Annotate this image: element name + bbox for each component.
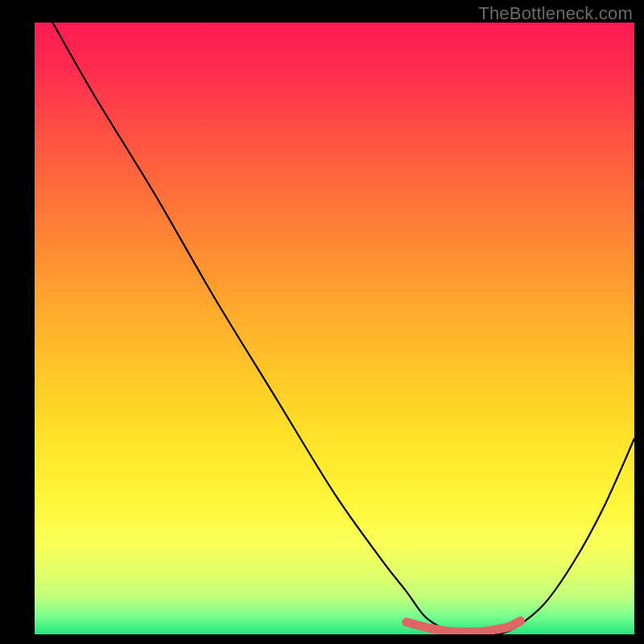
bottleneck-line <box>52 23 634 634</box>
optimal-range-highlight <box>407 621 521 632</box>
attribution-label: TheBottleneck.com <box>478 3 633 24</box>
plot-area <box>35 23 634 634</box>
chart-svg <box>35 23 634 634</box>
